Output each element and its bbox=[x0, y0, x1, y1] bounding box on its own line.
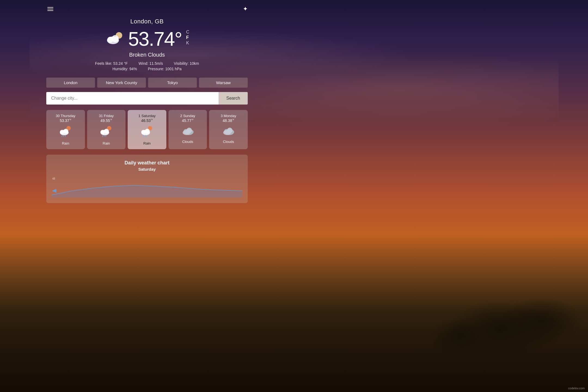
search-input[interactable] bbox=[46, 92, 219, 105]
svg-text:48: 48 bbox=[52, 177, 55, 180]
forecast-icon-clouds bbox=[171, 125, 204, 137]
svg-line-22 bbox=[143, 135, 144, 137]
forecast-desc: Clouds bbox=[171, 140, 204, 144]
svg-line-16 bbox=[104, 135, 105, 137]
forecast-row: 30 Thursday 53.37°F Rain 31 Friday 49.55… bbox=[46, 110, 248, 149]
chart-title: Daily weather chart bbox=[52, 160, 242, 166]
details-row-1: Feels like: 53.24 °F Wind: 11.5m/s Visib… bbox=[95, 61, 199, 66]
humidity-label: Humidity: bbox=[112, 67, 128, 71]
city-name: London, GB bbox=[46, 18, 248, 25]
chart-section: Daily weather chart Saturday 48 bbox=[46, 155, 248, 203]
svg-line-24 bbox=[146, 135, 147, 137]
degree-symbol: ° bbox=[174, 28, 182, 50]
forecast-card-3[interactable]: 3 Monday 48.38°F Clouds bbox=[209, 110, 248, 149]
hamburger-line-1 bbox=[47, 7, 53, 8]
main-weather-icon bbox=[105, 30, 124, 48]
svg-line-17 bbox=[106, 135, 106, 137]
visibility-value: 10km bbox=[190, 61, 199, 66]
forecast-temp: 49.55°F bbox=[90, 118, 123, 123]
unit-fahrenheit[interactable]: F bbox=[186, 35, 189, 40]
menu-button[interactable] bbox=[46, 6, 54, 12]
city-tab-nyc[interactable]: New York County bbox=[97, 78, 146, 88]
forecast-date: 30 Thursday bbox=[49, 114, 82, 118]
pressure: Pressure: 1001 hPa bbox=[148, 67, 182, 71]
chart-area: 48 bbox=[52, 176, 242, 198]
forecast-desc: Rain bbox=[49, 141, 82, 145]
forecast-temp: 45.77°F bbox=[171, 118, 204, 123]
svg-point-7 bbox=[63, 129, 68, 134]
forecast-card-30[interactable]: 30 Thursday 53.37°F Rain bbox=[46, 110, 85, 149]
svg-line-8 bbox=[62, 135, 62, 137]
sun-icon: ✦ bbox=[243, 5, 248, 12]
forecast-date: 2 Sunday bbox=[171, 114, 204, 118]
hamburger-line-2 bbox=[47, 9, 53, 9]
visibility-label: Visibility: bbox=[174, 61, 189, 66]
city-tab-warsaw[interactable]: Warsaw bbox=[199, 78, 248, 88]
svg-marker-35 bbox=[52, 189, 56, 193]
humidity: Humidity: 94% bbox=[112, 67, 137, 71]
forecast-icon-cloud-sun-rain bbox=[49, 125, 82, 139]
forecast-icon-cloud-sun-rain bbox=[130, 125, 164, 139]
city-tab-london[interactable]: London bbox=[46, 78, 95, 88]
wind-value: 11.5m/s bbox=[149, 61, 163, 66]
weather-details: Feels like: 53.24 °F Wind: 11.5m/s Visib… bbox=[46, 61, 248, 71]
forecast-desc: Clouds bbox=[212, 140, 245, 144]
temperature-units: C F K bbox=[186, 30, 189, 45]
forecast-desc: Rain bbox=[130, 141, 164, 145]
svg-line-23 bbox=[145, 135, 145, 137]
pressure-value: 1001 hPa bbox=[165, 67, 182, 71]
temperature-value: 53.74° bbox=[128, 28, 182, 50]
svg-point-14 bbox=[104, 129, 109, 134]
feels-like-value: 53.24 °F bbox=[113, 61, 128, 66]
details-row-2: Humidity: 94% Pressure: 1001 hPa bbox=[112, 67, 182, 71]
city-tab-tokyo[interactable]: Tokyo bbox=[148, 78, 197, 88]
feels-like-label: Feels like: bbox=[95, 61, 112, 66]
forecast-date: 3 Monday bbox=[212, 114, 245, 118]
forecast-icon-cloud-sun-rain bbox=[90, 125, 123, 139]
search-row: Search bbox=[46, 92, 248, 105]
forecast-card-2[interactable]: 2 Sunday 45.77°F Clouds bbox=[169, 110, 207, 149]
pressure-label: Pressure: bbox=[148, 67, 164, 71]
wind-label: Wind: bbox=[139, 61, 148, 66]
weather-main: London, GB 53.74° C F K bbox=[46, 18, 248, 71]
hamburger-line-3 bbox=[47, 10, 53, 11]
forecast-temp: 53.37°F bbox=[49, 118, 82, 123]
header: ✦ bbox=[46, 5, 248, 13]
forecast-date: 31 Friday bbox=[90, 114, 123, 118]
forecast-temp: 46.53°F bbox=[130, 118, 164, 123]
forecast-icon-clouds bbox=[212, 125, 245, 137]
forecast-desc: Rain bbox=[90, 141, 123, 145]
svg-point-21 bbox=[145, 129, 150, 134]
temp-number: 53.74 bbox=[128, 28, 174, 50]
theme-toggle-button[interactable]: ✦ bbox=[243, 5, 248, 13]
search-button[interactable]: Search bbox=[219, 92, 248, 105]
city-tabs: LondonNew York CountyTokyoWarsaw bbox=[46, 78, 248, 88]
forecast-card-31[interactable]: 31 Friday 49.55°F Rain bbox=[87, 110, 126, 149]
unit-celsius[interactable]: C bbox=[186, 30, 189, 35]
temperature-row: 53.74° C F K bbox=[46, 28, 248, 50]
forecast-card-1[interactable]: 1 Saturday 46.53°F Rain bbox=[128, 110, 166, 149]
svg-point-3 bbox=[112, 35, 119, 42]
humidity-value: 94% bbox=[129, 67, 137, 71]
forecast-temp: 48.38°F bbox=[212, 118, 245, 123]
chart-day: Saturday bbox=[52, 167, 242, 171]
weather-description: Broken Clouds bbox=[46, 52, 248, 58]
svg-line-9 bbox=[63, 135, 64, 137]
svg-point-28 bbox=[183, 130, 190, 135]
feels-like: Feels like: 53.24 °F bbox=[95, 61, 128, 66]
unit-kelvin[interactable]: K bbox=[186, 41, 189, 45]
svg-line-15 bbox=[102, 135, 103, 137]
svg-point-32 bbox=[223, 130, 231, 135]
svg-line-10 bbox=[65, 135, 66, 137]
visibility: Visibility: 10km bbox=[174, 61, 199, 66]
forecast-date: 1 Saturday bbox=[130, 114, 164, 118]
svg-marker-34 bbox=[52, 185, 242, 198]
wind: Wind: 11.5m/s bbox=[139, 61, 163, 66]
